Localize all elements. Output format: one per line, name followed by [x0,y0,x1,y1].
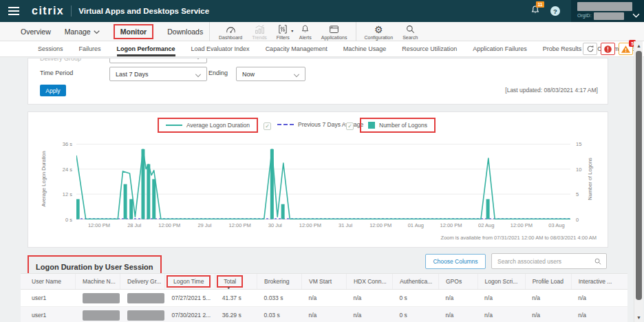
time-period-select[interactable]: Last 7 Days [109,67,207,81]
delivery-group-select[interactable] [109,58,207,63]
ending-value: Now [242,71,255,78]
last-updated-text: [Last updated: 08/03/2021 4:17 AM] [505,87,598,94]
toolbar-search[interactable]: Search [398,22,422,41]
logo-divider [71,6,72,17]
subnav-tab-probe-results[interactable]: Probe Results [543,41,582,56]
scrollbar-down-arrow[interactable]: ▼ [634,313,643,322]
toolbar-label: Filters [277,35,290,40]
x-axis-tick: 12:00 PM [432,222,471,228]
gear-icon: ⚙ [374,24,383,34]
bell-icon [300,24,310,34]
chevron-down-icon [632,8,640,21]
subnav-tab-load-evaluator-index[interactable]: Load Evaluator Index [191,41,250,56]
toolbar-filters[interactable]: ▾Filters [272,22,294,41]
toolbar-label: Search [402,35,418,40]
nav-item-overview[interactable]: Overview [21,28,51,36]
table-cell: n/a [301,307,346,322]
column-header-authentica[interactable]: Authentica... [392,274,438,290]
vertical-scrollbar[interactable]: ▲ ▼ [634,41,643,322]
subnav-tab-resource-utilization[interactable]: Resource Utilization [402,41,457,56]
search-icon [405,24,416,34]
table-cell [120,290,165,307]
legend-label: Number of Logons [379,122,427,129]
ending-label: Ending [208,69,228,76]
right-axis-tick: 15 [576,141,590,147]
error-alerts-button[interactable] [601,43,615,55]
line-swatch-icon [166,125,182,126]
column-header-machine-n[interactable]: Machine N... [76,274,120,290]
toolbar-label: Trends [252,35,267,40]
column-header-logon-time[interactable]: Logon Time [164,274,215,290]
subnav-actions: 5 [583,43,633,55]
table-cell: n/a [438,290,477,307]
redacted-value [127,293,164,303]
screen: citrix Virtual Apps and Desktops Service… [0,0,644,322]
chevron-down-icon [195,72,202,79]
filters-icon: ▾ [277,24,288,34]
refresh-button[interactable] [583,43,597,55]
toolbar-label: Configuration [365,35,394,40]
column-header-brokering[interactable]: Brokering [257,274,302,290]
column-header-logon-scri[interactable]: Logon Scri... [477,274,525,290]
column-header-hdx-conn[interactable]: HDX Conn... [346,274,392,290]
table-cell: user1 [21,307,76,322]
scrollbar-thumb[interactable] [636,51,642,300]
column-header-total[interactable]: Total▼ [215,274,257,290]
column-header-delivery-gr[interactable]: Delivery Gr... [120,274,165,290]
search-input[interactable] [492,257,594,266]
annotation-column-header: Logon Time [167,275,211,288]
previous-average-checkbox[interactable]: ✓ [264,122,271,130]
table-row[interactable]: user107/30/2021 2...36.29 s0.03 sn/an/a0… [21,307,627,322]
subnav-tab-machine-usage[interactable]: Machine Usage [343,41,387,56]
apply-button[interactable]: Apply [40,85,66,96]
chevron-down-icon [94,28,100,36]
citrix-logo: citrix [32,5,64,17]
subnav-tab-logon-performance[interactable]: Logon Performance [117,41,175,56]
column-header-interactive[interactable]: Interactive ... [571,274,627,290]
number-of-logons-checkbox[interactable]: ✓ [346,122,354,130]
chevron-down-icon [293,72,300,79]
table-cell [76,307,120,322]
error-icon [603,45,612,54]
choose-columns-button[interactable]: Choose Columns [425,254,486,269]
x-axis-tick: 30 Jul [256,222,294,228]
scrollbar-up-arrow[interactable]: ▲ [634,41,643,50]
toolbar-configuration[interactable]: ⚙Configuration [360,22,398,41]
x-axis-tick: 03 Aug [537,222,576,228]
subnav-tab-sessions[interactable]: Sessions [38,41,63,56]
account-menu[interactable]: OrgID: [571,0,644,22]
table-cell: n/a [525,290,571,307]
table-cell: n/a [477,290,525,307]
subnav-tab-application-failures[interactable]: Application Failures [473,41,527,56]
nav-item-monitor[interactable]: Monitor [114,24,154,39]
legend-average-logon-duration: Average Logon Duration [158,118,258,133]
table-row[interactable]: user107/27/2021 5...41.37 s0.033 sn/an/a… [21,290,627,307]
filter-panel: Delivery Group Time Period Last 7 Days E… [28,58,608,105]
hamburger-menu-icon[interactable] [0,0,23,22]
logon-duration-chart[interactable] [76,144,570,219]
toolbar-alerts[interactable]: Alerts [294,22,316,41]
search-box [491,253,607,269]
column-header-profile-load[interactable]: Profile Load [525,274,571,290]
column-header-gpos[interactable]: GPOs [438,274,477,290]
warning-alerts-button[interactable]: 5 [619,43,633,55]
column-header-user-name[interactable]: User Name [21,274,76,290]
search-icon[interactable] [594,257,602,266]
toolbar-label: Applications [321,35,347,40]
square-swatch-icon [368,122,375,129]
subnav-tab-capacity-management[interactable]: Capacity Management [266,41,328,56]
toolbar-applications[interactable]: Applications [316,22,352,41]
notifications-bell-icon[interactable]: 11 [530,4,541,19]
nav-item-label: Downloads [167,28,203,36]
nav-item-downloads[interactable]: Downloads [167,28,203,36]
subnav-tab-failures[interactable]: Failures [79,41,101,56]
nav-item-manage[interactable]: Manage [65,28,100,36]
left-axis-tick: 0 s [52,217,72,223]
help-icon[interactable]: ? [550,6,560,16]
column-header-vm-start[interactable]: VM Start [301,274,346,290]
table-cell: 0 s [392,307,438,322]
left-axis-tick: 12 s [52,191,72,197]
toolbar-dashboard[interactable]: Dashboard [214,22,247,41]
dashed-line-swatch-icon [277,124,294,125]
ending-select[interactable]: Now [236,67,305,81]
